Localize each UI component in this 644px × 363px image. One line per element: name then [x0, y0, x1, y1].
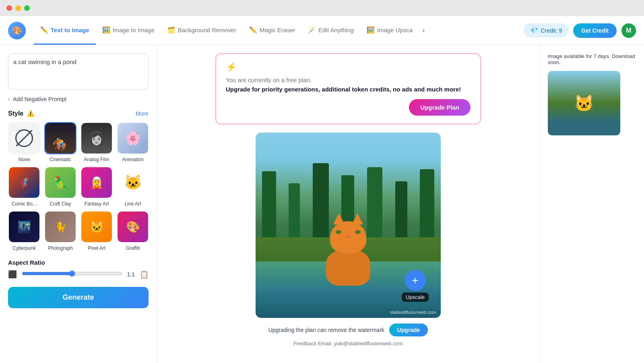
style-item-analog-film[interactable]: 👩 Analog Film	[80, 122, 113, 162]
style-item-fantasy-art[interactable]: 🧝 Fantasy Art	[80, 166, 113, 207]
aspect-ratio-row: ⬛ 1:1 📋	[8, 270, 149, 279]
style-thumb-none	[8, 122, 40, 154]
negative-prompt-row[interactable]: › Add Negative Prompt	[8, 96, 149, 102]
chevron-right-icon: ›	[8, 96, 10, 102]
style-item-comic-book[interactable]: 🦸 Comic Bo...	[8, 166, 40, 207]
image-to-image-label: Image to Image	[113, 27, 155, 33]
banner-text1: You are currently on a free plan.	[226, 77, 471, 83]
style-thumb-pixel: 🐱	[80, 211, 113, 243]
style-label-animation: Animation	[122, 157, 143, 162]
content-area: › Add Negative Prompt Style ⚠️ More	[0, 45, 644, 363]
style-thumb-lineart: 🐱	[117, 166, 149, 199]
upscale-plus-button[interactable]: +	[405, 270, 426, 291]
style-thumb-photo: 🐈	[44, 211, 76, 243]
style-label-fantasy: Fantasy Art	[85, 201, 109, 207]
middle-panel: ⚡ You are currently on a free plan. Upgr…	[157, 45, 539, 363]
animation-thumb-bg: 🌸	[118, 123, 148, 153]
warning-icon: ⚠️	[27, 110, 35, 117]
style-more-link[interactable]: More	[136, 110, 149, 117]
background-remover-icon: 🗂️	[167, 26, 175, 34]
tab-magic-eraser[interactable]: ✏️ Magic Eraser	[243, 16, 301, 45]
lightning-icon: ⚡	[226, 62, 471, 73]
credit-badge[interactable]: 💎 Credit: 9	[524, 23, 568, 37]
app-window: 🎨 ✏️ Text to Image 🖼️ Image to Image 🗂️ …	[0, 16, 644, 363]
avatar[interactable]: M	[621, 23, 636, 38]
none-line	[16, 130, 32, 146]
aspect-ratio-title: Aspect Ratio	[8, 259, 149, 266]
style-thumb-fantasy: 🧝	[80, 166, 113, 199]
tab-background-remover[interactable]: 🗂️ Background Remover	[161, 16, 243, 45]
style-header: Style ⚠️ More	[8, 110, 149, 117]
navbar: 🎨 ✏️ Text to Image 🖼️ Image to Image 🗂️ …	[0, 16, 644, 45]
watermark-notice-text: Upgrading the plan can remove the waterm…	[268, 327, 384, 333]
style-title-text: Style	[8, 110, 23, 117]
credit-icon: 💎	[530, 27, 538, 34]
style-item-cyberpunk[interactable]: 🌃 Cyberpunk	[8, 211, 40, 251]
magic-eraser-icon: ✏️	[249, 26, 257, 34]
aspect-icon-right: 📋	[140, 270, 149, 279]
logo-icon: 🎨	[12, 26, 22, 35]
prompt-input[interactable]	[8, 53, 149, 89]
text-to-image-icon: ✏️	[40, 26, 48, 34]
craftclay-thumb-bg: 🦜	[45, 167, 76, 198]
minimize-button[interactable]	[15, 5, 21, 11]
upgrade-small-button[interactable]: Upgrade	[389, 324, 428, 336]
upgrade-plan-button[interactable]: Upgrade Plan	[409, 99, 471, 116]
nav-tabs: ✏️ Text to Image 🖼️ Image to Image 🗂️ Ba…	[34, 16, 524, 45]
style-thumb-cyberpunk: 🌃	[8, 211, 40, 243]
style-item-animation[interactable]: 🌸 Animation	[117, 122, 149, 162]
style-item-line-art[interactable]: 🐱 Line Art	[117, 166, 149, 207]
image-to-image-icon: 🖼️	[102, 26, 110, 34]
style-title: Style ⚠️	[8, 110, 35, 117]
style-grid: None 🏇 Cinematic 👩	[8, 122, 149, 251]
tab-image-to-image[interactable]: 🖼️ Image to Image	[96, 16, 161, 45]
analog-thumb-bg: 👩	[81, 123, 112, 153]
credit-amount: Credit: 9	[541, 27, 562, 34]
thumbnail-preview[interactable]: 🐱	[548, 71, 620, 135]
style-label-photo: Photograph	[48, 245, 73, 251]
style-thumb-analog: 👩	[80, 122, 113, 154]
style-item-graffiti[interactable]: 🎨 Graffiti	[117, 211, 149, 251]
upscale-overlay: + Upscale	[402, 270, 429, 302]
maximize-button[interactable]	[24, 5, 30, 11]
banner-text2: Upgrade for priority generations, additi…	[226, 86, 471, 93]
edit-anything-label: Edit Anything	[318, 27, 354, 33]
aspect-ratio-value: 1:1	[127, 271, 135, 278]
feedback-text: Feedback Email: yuki@stablediffusionweb.…	[293, 340, 403, 346]
background-remover-label: Background Remover	[178, 27, 236, 33]
generate-button[interactable]: Generate	[8, 287, 149, 308]
style-thumb-cinematic: 🏇	[44, 122, 76, 154]
style-item-pixel-art[interactable]: 🐱 Pixel Art	[80, 211, 113, 251]
tab-text-to-image[interactable]: ✏️ Text to Image	[34, 16, 96, 45]
watermark-text: stablediffusionweb.com	[390, 310, 436, 315]
get-credit-button[interactable]: Get Credit	[573, 23, 617, 38]
fantasy-thumb-bg: 🧝	[81, 167, 112, 198]
style-item-cinematic[interactable]: 🏇 Cinematic	[44, 122, 76, 162]
comic-thumb-bg: 🦸	[9, 167, 39, 198]
pixel-thumb-bg: 🐱	[81, 212, 112, 242]
none-thumb-bg	[9, 123, 39, 153]
style-item-none[interactable]: None	[8, 122, 40, 162]
more-tabs-button[interactable]: ›	[419, 26, 428, 35]
none-circle	[15, 129, 33, 147]
style-thumb-craftclay: 🦜	[44, 166, 76, 199]
close-button[interactable]	[6, 5, 12, 11]
aspect-slider-container	[22, 270, 122, 278]
aspect-ratio-slider[interactable]	[22, 270, 122, 277]
style-label-comic: Comic Bo...	[12, 201, 37, 207]
style-item-craft-clay[interactable]: 🦜 Craft Clay	[44, 166, 76, 207]
style-label-pixel: Pixel Art	[88, 245, 105, 251]
image-upscale-label: Image Upsca	[377, 27, 413, 33]
upscale-label: Upscale	[402, 292, 429, 302]
app-logo[interactable]: 🎨	[8, 22, 26, 39]
style-label-craftclay: Craft Clay	[50, 201, 71, 207]
magic-eraser-label: Magic Eraser	[260, 27, 295, 33]
tab-edit-anything[interactable]: 🪄 Edit Anything	[301, 16, 360, 45]
aspect-ratio-section: Aspect Ratio ⬛ 1:1 📋	[8, 259, 149, 279]
titlebar	[0, 0, 644, 16]
text-to-image-label: Text to Image	[51, 27, 89, 33]
graffiti-thumb-bg: 🎨	[118, 212, 148, 242]
generated-image-container: stablediffusionweb.com + Upscale	[256, 133, 441, 318]
tab-image-upscale[interactable]: 🖼️ Image Upsca	[360, 16, 419, 45]
style-item-photograph[interactable]: 🐈 Photograph	[44, 211, 76, 251]
